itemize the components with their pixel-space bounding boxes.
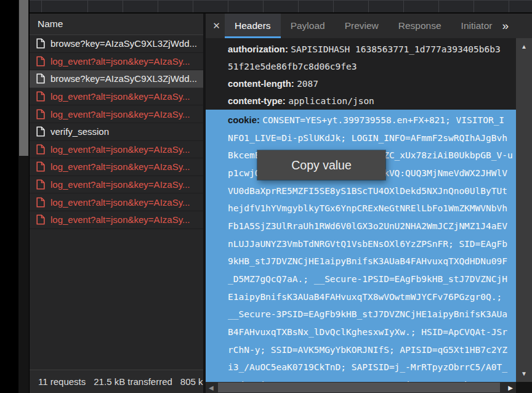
scrollbar-corner [516,382,532,393]
header-value: NFO1_LIVE=Di-pSlUKdJk; LOGIN_INFO=AFmmF2… [228,133,507,143]
header-line: hejdfV1hYVmgyblkyTGx6YnpCRExNeGtNRElLbFo… [228,200,516,217]
scroll-down-icon[interactable]: ▼ [516,370,532,377]
file-icon [36,56,45,67]
request-row[interactable]: log_event?alt=json&key=AIzaSy... [30,141,203,159]
vertical-scrollbar[interactable]: ▲ ▼ [516,38,532,382]
request-row[interactable]: log_event?alt=json&key=AIzaSy... [30,88,203,106]
header-value: 2087 [297,79,318,89]
header-line: authorization: SAPISIDHASH 1638563771_1d… [228,41,516,58]
tab-label: Payload [291,20,325,31]
file-icon [36,161,45,172]
scroll-right-icon[interactable]: ▶ [508,382,513,393]
tab-overflow-chevron-icon[interactable]: » [502,14,509,38]
header-value: application/json [288,96,374,106]
header-value: rChN-y; SSID=AVK5MGyYbKORJNIfS; APISID=q… [228,345,507,355]
tab-label: Response [398,20,441,31]
request-name: browse?key=AIzaSyC9XL3ZjWdd... [50,38,197,49]
file-icon [36,144,45,155]
header-line: 51f21e5de86fb7c8d06c9fe3 [228,58,516,75]
horizontal-scrollbar-thumb[interactable] [218,383,500,392]
tab-label: Preview [345,20,379,31]
request-count: 11 requests [38,376,86,387]
header-value: VU0dBaXprRE5MZFI5SE8yS1BScTU4OXlDekd5NXJ… [228,186,507,196]
header-line: _D5MZ7gQcQ7aA.; __Secure-1PSID=EAgFb9kHB… [228,270,516,288]
header-value: 9kHB_stJ7DVZNCjHE1aipyBnifsK3AUaB4FAHvux… [228,256,507,266]
tab-label: Headers [235,20,271,31]
network-request-panel: Name browse?key=AIzaSyC9XL3ZjWdd... log_… [30,14,203,393]
file-icon [36,126,45,137]
header-line: content-type: application/json [228,92,516,110]
request-name: log_event?alt=json&key=AIzaSy... [50,197,190,208]
scroll-left-icon[interactable]: ◀ [209,382,214,393]
request-row[interactable]: log_event?alt=json&key=AIzaSy... [30,211,203,229]
header-name: content-type: [228,96,286,106]
request-row[interactable]: log_event?alt=json&key=AIzaSy... [30,193,203,211]
request-row[interactable]: browse?key=AIzaSyC9XL3ZjWdd... [30,35,203,53]
file-icon [36,214,45,225]
request-name: log_event?alt=json&key=AIzaSy... [50,91,190,102]
request-row[interactable]: log_event?alt=json&key=AIzaSy... [30,176,203,194]
close-icon[interactable]: ✕ [208,14,225,38]
header-line: __Secure-3PSID=EAgFb9kHB_stJ7DVZNCjHE1ai… [228,306,516,323]
request-row[interactable]: browse?key=AIzaSyC9XL3ZjWdd... [30,70,203,88]
network-overview-strip[interactable] [30,0,532,14]
network-status-bar: 11 requests 21.5 kB transferred 805 kB [30,370,203,393]
request-headers-block: authorization: SAPISIDHASH 1638563771_1d… [206,38,516,110]
file-icon [36,179,45,190]
header-line: cookie: CONSENT=YES+yt.399739558.en+FX+8… [228,111,516,129]
request-row[interactable]: log_event?alt=json&key=AIzaSy... [30,158,203,176]
horizontal-scrollbar[interactable]: ◀ ▶ [206,382,516,393]
tab-preview[interactable]: Preview [335,14,389,38]
request-name: browse?key=AIzaSyC9XL3ZjWdd... [50,73,197,84]
header-value: _D5MZ7gQcQ7aA.; __Secure-1PSID=EAgFb9kHB… [228,274,507,284]
tab-response[interactable]: Response [389,14,451,38]
header-value: __Secure-3PSID=EAgFb9kHB_stJ7DVZNCjHE1ai… [228,309,507,319]
scroll-up-icon[interactable]: ▲ [516,43,532,50]
header-line: nLUJJaUNYZ3VmbTdNRGVtQ1VsbENsOXl6YzZPSnF… [228,235,516,253]
request-list: browse?key=AIzaSyC9XL3ZjWdd... log_event… [30,35,203,229]
header-name: authorization: [228,44,288,54]
header-value: B4FAHvuxqTXBsNx_lDvQclKghesxwIyXw.; HSID… [228,327,507,337]
request-name: log_event?alt=json&key=AIzaSy... [50,214,190,225]
header-name: content-length: [228,79,294,89]
header-line: content-length: 2087 [228,75,516,92]
header-line: NFO1_LIVE=Di-pSlUKdJk; LOGIN_INFO=AFmmF2… [228,129,516,147]
name-column-header[interactable]: Name [30,14,203,35]
header-line: B4FAHvuxqTXBsNx_lDvQclKghesxwIyXw.; HSID… [228,323,516,341]
header-line: i3_/AuOC5eaK0719CkTnD; SAPISID=j_-MrRTpy… [228,359,516,376]
headers-content: authorization: SAPISIDHASH 1638563771_1d… [206,38,516,382]
header-line: E1aipyBnifsK3AUaB4FAHvuxqTX8wVOwtmWJYCFv… [228,288,516,306]
header-value: CONSENT=YES+yt.399739558.en+FX+821; VISI… [262,115,504,125]
header-value: E1aipyBnifsK3AUaB4FAHvuxqTX8wVOwtmWJYCFv… [228,292,502,302]
file-icon [36,38,45,49]
context-menu: Copy value [257,150,385,180]
request-name: log_event?alt=json&key=AIzaSy... [50,161,190,172]
page-scrollbar[interactable] [18,0,29,393]
request-row[interactable]: verify_session [30,123,203,141]
header-value: hejdfV1hYVmgyblkyTGx6YnpCRExNeGtNRElLbFo… [228,203,507,213]
file-icon [36,197,45,208]
header-line: rChN-y; SSID=AVK5MGyYbKORJNIfS; APISID=q… [228,341,516,359]
request-row[interactable]: log_event?alt=json&key=AIzaSy... [30,105,203,123]
tab-payload[interactable]: Payload [281,14,335,38]
header-line: Fb1A5SjZ3UlRraUh1RWd6V0lGX3o2UnU2NHA2WmJ… [228,217,516,235]
file-icon [36,91,45,102]
file-icon [36,109,45,120]
detail-tabbar: ✕ Headers Payload Preview Response Initi… [206,14,532,38]
page-scrollbar-thumb[interactable] [19,0,28,156]
request-name: log_event?alt=json&key=AIzaSy... [50,109,190,120]
header-value: nLUJJaUNYZ3VmbTdNRGVtQ1VsbENsOXl6YzZPSnF… [228,239,507,249]
header-value: SAPISIDHASH 1638563771_1d777a393405b6b3 [291,44,500,54]
request-name: log_event?alt=json&key=AIzaSy... [50,144,190,155]
tab-initiator[interactable]: Initiator [451,14,502,38]
header-line: 9kHB_stJ7DVZNCjHE1aipyBnifsK3AUaB4FAHvux… [228,253,516,270]
header-line: VU0dBaXprRE5MZFI5SE8yS1BScTU4OXlDekd5NXJ… [228,182,516,200]
request-name: log_event?alt=json&key=AIzaSy... [50,56,190,67]
file-icon [36,73,45,84]
header-value: Fb1A5SjZ3UlRraUh1RWd6V0lGX3o2UnU2NHA2WmJ… [228,221,507,231]
header-value: i3_/AuOC5eaK0719CkTnD; SAPISID=j_-MrRTpy… [228,362,507,372]
copy-value-menu-item[interactable]: Copy value [291,158,352,172]
request-row[interactable]: log_event?alt=json&key=AIzaSy... [30,53,203,71]
tab-headers[interactable]: Headers [225,14,281,38]
tab-label: Initiator [461,20,493,31]
